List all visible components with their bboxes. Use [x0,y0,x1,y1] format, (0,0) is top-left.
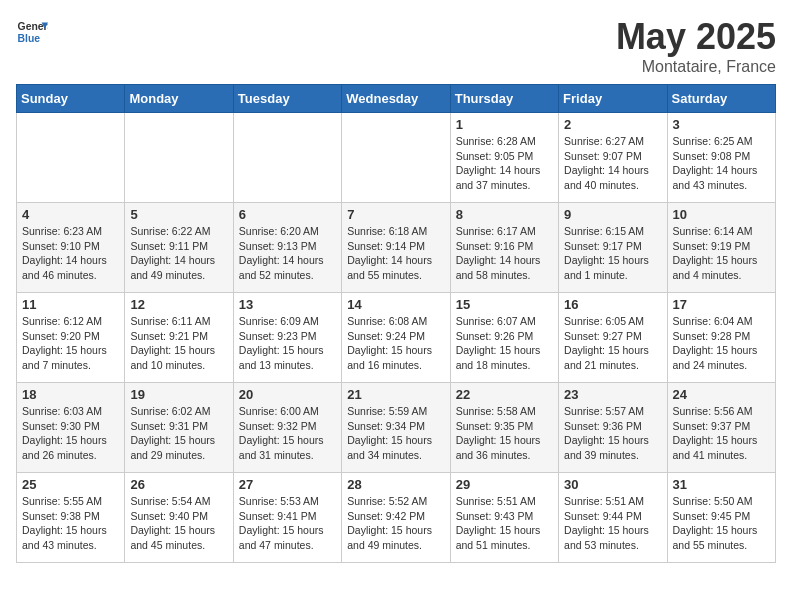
day-info: Sunrise: 5:57 AM Sunset: 9:36 PM Dayligh… [564,404,661,463]
calendar-cell: 3Sunrise: 6:25 AM Sunset: 9:08 PM Daylig… [667,113,775,203]
calendar-cell: 9Sunrise: 6:15 AM Sunset: 9:17 PM Daylig… [559,203,667,293]
day-info: Sunrise: 6:25 AM Sunset: 9:08 PM Dayligh… [673,134,770,193]
day-info: Sunrise: 6:03 AM Sunset: 9:30 PM Dayligh… [22,404,119,463]
calendar-cell: 26Sunrise: 5:54 AM Sunset: 9:40 PM Dayli… [125,473,233,563]
calendar-cell: 2Sunrise: 6:27 AM Sunset: 9:07 PM Daylig… [559,113,667,203]
calendar-cell: 20Sunrise: 6:00 AM Sunset: 9:32 PM Dayli… [233,383,341,473]
calendar-subtitle: Montataire, France [616,58,776,76]
day-number: 13 [239,297,336,312]
day-number: 9 [564,207,661,222]
calendar-cell: 24Sunrise: 5:56 AM Sunset: 9:37 PM Dayli… [667,383,775,473]
day-number: 15 [456,297,553,312]
day-info: Sunrise: 6:02 AM Sunset: 9:31 PM Dayligh… [130,404,227,463]
calendar-cell [125,113,233,203]
day-number: 17 [673,297,770,312]
header-tuesday: Tuesday [233,85,341,113]
day-info: Sunrise: 6:09 AM Sunset: 9:23 PM Dayligh… [239,314,336,373]
header-sunday: Sunday [17,85,125,113]
header-friday: Friday [559,85,667,113]
day-info: Sunrise: 6:08 AM Sunset: 9:24 PM Dayligh… [347,314,444,373]
day-number: 31 [673,477,770,492]
day-number: 11 [22,297,119,312]
title-block: May 2025 Montataire, France [616,16,776,76]
day-number: 27 [239,477,336,492]
day-info: Sunrise: 6:17 AM Sunset: 9:16 PM Dayligh… [456,224,553,283]
day-number: 5 [130,207,227,222]
page-header: General Blue May 2025 Montataire, France [16,16,776,76]
week-row-2: 4Sunrise: 6:23 AM Sunset: 9:10 PM Daylig… [17,203,776,293]
calendar-cell: 30Sunrise: 5:51 AM Sunset: 9:44 PM Dayli… [559,473,667,563]
day-info: Sunrise: 6:23 AM Sunset: 9:10 PM Dayligh… [22,224,119,283]
calendar-cell: 28Sunrise: 5:52 AM Sunset: 9:42 PM Dayli… [342,473,450,563]
day-number: 23 [564,387,661,402]
day-info: Sunrise: 6:22 AM Sunset: 9:11 PM Dayligh… [130,224,227,283]
day-info: Sunrise: 6:28 AM Sunset: 9:05 PM Dayligh… [456,134,553,193]
day-number: 14 [347,297,444,312]
day-info: Sunrise: 6:07 AM Sunset: 9:26 PM Dayligh… [456,314,553,373]
calendar-cell: 11Sunrise: 6:12 AM Sunset: 9:20 PM Dayli… [17,293,125,383]
calendar-cell: 14Sunrise: 6:08 AM Sunset: 9:24 PM Dayli… [342,293,450,383]
day-info: Sunrise: 6:11 AM Sunset: 9:21 PM Dayligh… [130,314,227,373]
day-info: Sunrise: 6:18 AM Sunset: 9:14 PM Dayligh… [347,224,444,283]
day-number: 21 [347,387,444,402]
day-info: Sunrise: 5:50 AM Sunset: 9:45 PM Dayligh… [673,494,770,553]
day-info: Sunrise: 6:00 AM Sunset: 9:32 PM Dayligh… [239,404,336,463]
day-number: 25 [22,477,119,492]
week-row-1: 1Sunrise: 6:28 AM Sunset: 9:05 PM Daylig… [17,113,776,203]
day-number: 28 [347,477,444,492]
week-row-5: 25Sunrise: 5:55 AM Sunset: 9:38 PM Dayli… [17,473,776,563]
day-info: Sunrise: 5:55 AM Sunset: 9:38 PM Dayligh… [22,494,119,553]
calendar-cell: 29Sunrise: 5:51 AM Sunset: 9:43 PM Dayli… [450,473,558,563]
day-number: 12 [130,297,227,312]
calendar-cell: 27Sunrise: 5:53 AM Sunset: 9:41 PM Dayli… [233,473,341,563]
header-thursday: Thursday [450,85,558,113]
day-number: 18 [22,387,119,402]
header-row: Sunday Monday Tuesday Wednesday Thursday… [17,85,776,113]
day-info: Sunrise: 5:54 AM Sunset: 9:40 PM Dayligh… [130,494,227,553]
header-monday: Monday [125,85,233,113]
day-number: 7 [347,207,444,222]
calendar-cell: 8Sunrise: 6:17 AM Sunset: 9:16 PM Daylig… [450,203,558,293]
day-number: 10 [673,207,770,222]
calendar-cell: 21Sunrise: 5:59 AM Sunset: 9:34 PM Dayli… [342,383,450,473]
day-info: Sunrise: 6:14 AM Sunset: 9:19 PM Dayligh… [673,224,770,283]
calendar-cell: 4Sunrise: 6:23 AM Sunset: 9:10 PM Daylig… [17,203,125,293]
calendar-cell: 19Sunrise: 6:02 AM Sunset: 9:31 PM Dayli… [125,383,233,473]
logo-icon: General Blue [16,16,48,48]
calendar-title: May 2025 [616,16,776,58]
day-info: Sunrise: 5:58 AM Sunset: 9:35 PM Dayligh… [456,404,553,463]
day-number: 3 [673,117,770,132]
calendar-table: Sunday Monday Tuesday Wednesday Thursday… [16,84,776,563]
day-number: 16 [564,297,661,312]
calendar-cell: 15Sunrise: 6:07 AM Sunset: 9:26 PM Dayli… [450,293,558,383]
calendar-cell: 22Sunrise: 5:58 AM Sunset: 9:35 PM Dayli… [450,383,558,473]
day-number: 29 [456,477,553,492]
day-number: 6 [239,207,336,222]
day-number: 26 [130,477,227,492]
logo: General Blue [16,16,48,48]
calendar-cell: 31Sunrise: 5:50 AM Sunset: 9:45 PM Dayli… [667,473,775,563]
calendar-cell: 16Sunrise: 6:05 AM Sunset: 9:27 PM Dayli… [559,293,667,383]
calendar-cell: 5Sunrise: 6:22 AM Sunset: 9:11 PM Daylig… [125,203,233,293]
day-info: Sunrise: 6:12 AM Sunset: 9:20 PM Dayligh… [22,314,119,373]
day-info: Sunrise: 5:51 AM Sunset: 9:44 PM Dayligh… [564,494,661,553]
day-number: 19 [130,387,227,402]
calendar-cell: 10Sunrise: 6:14 AM Sunset: 9:19 PM Dayli… [667,203,775,293]
header-saturday: Saturday [667,85,775,113]
day-number: 30 [564,477,661,492]
day-info: Sunrise: 5:53 AM Sunset: 9:41 PM Dayligh… [239,494,336,553]
day-number: 1 [456,117,553,132]
day-info: Sunrise: 6:15 AM Sunset: 9:17 PM Dayligh… [564,224,661,283]
day-number: 2 [564,117,661,132]
calendar-cell [342,113,450,203]
day-number: 8 [456,207,553,222]
calendar-cell [17,113,125,203]
calendar-cell: 12Sunrise: 6:11 AM Sunset: 9:21 PM Dayli… [125,293,233,383]
day-info: Sunrise: 5:52 AM Sunset: 9:42 PM Dayligh… [347,494,444,553]
week-row-4: 18Sunrise: 6:03 AM Sunset: 9:30 PM Dayli… [17,383,776,473]
week-row-3: 11Sunrise: 6:12 AM Sunset: 9:20 PM Dayli… [17,293,776,383]
day-info: Sunrise: 6:04 AM Sunset: 9:28 PM Dayligh… [673,314,770,373]
calendar-cell: 17Sunrise: 6:04 AM Sunset: 9:28 PM Dayli… [667,293,775,383]
day-info: Sunrise: 5:51 AM Sunset: 9:43 PM Dayligh… [456,494,553,553]
calendar-cell: 23Sunrise: 5:57 AM Sunset: 9:36 PM Dayli… [559,383,667,473]
